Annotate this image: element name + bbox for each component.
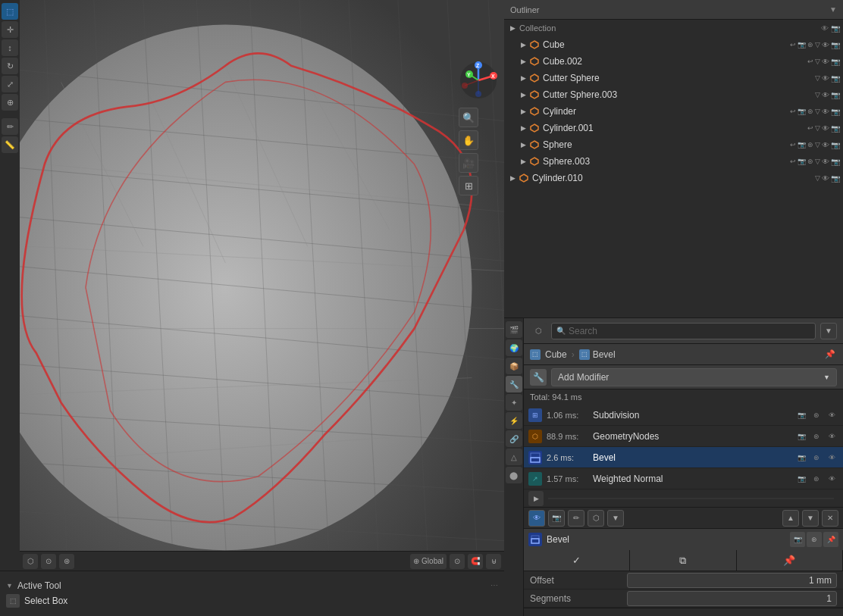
cs003-eye[interactable]: 👁 bbox=[822, 91, 829, 99]
modifier-row-geonodes[interactable]: ⬡ 88.9 ms: GeometryNodes 📷 ⊛ 👁 bbox=[524, 426, 843, 447]
move-to-first-btn[interactable]: 📌 bbox=[737, 550, 843, 571]
transform-orient-btn[interactable]: ⊕ Global bbox=[410, 554, 447, 569]
active-tool-more[interactable]: ⋯ bbox=[490, 581, 498, 589]
measure-btn[interactable]: 📏 bbox=[2, 136, 18, 153]
cube002-arrow[interactable]: ▶ bbox=[518, 56, 528, 67]
edit-mode-btn[interactable]: ✏ bbox=[568, 510, 584, 527]
sph003-rendercam[interactable]: 📷 bbox=[831, 158, 840, 166]
rotate-btn[interactable]: ↻ bbox=[2, 58, 18, 74]
props-filter-btn[interactable]: ▼ bbox=[820, 323, 837, 339]
props-mode-selector[interactable]: ⬡ bbox=[530, 323, 547, 339]
annotate-btn[interactable]: ✏ bbox=[2, 118, 18, 135]
bevel-cam[interactable]: 📷 bbox=[794, 451, 808, 464]
mod-save-btn[interactable]: 📷 bbox=[790, 532, 805, 547]
play-btn[interactable]: ▶ bbox=[528, 491, 544, 506]
tree-item-cube[interactable]: ▶ Cube ↩ 📷 ⊛ ▽ 👁 📷 bbox=[504, 36, 843, 53]
cube-rendercam[interactable]: 📷 bbox=[831, 41, 840, 49]
pin-btn[interactable]: 📌 bbox=[823, 348, 837, 361]
select-tool-btn[interactable]: ⬚ bbox=[2, 3, 18, 20]
subdivision-cam[interactable]: 📷 bbox=[794, 408, 808, 422]
geonodes-render[interactable]: ⊛ bbox=[810, 430, 823, 443]
search-box[interactable]: 🔍 Search bbox=[551, 323, 816, 339]
breadcrumb-object[interactable]: Cube bbox=[545, 349, 567, 360]
tree-item-cylinder010[interactable]: ▶ Cylinder.010 ▽ 👁 📷 bbox=[504, 170, 843, 186]
modifier-row-weighted-normal[interactable]: ↗ 1.57 ms: Weighted Normal 📷 ⊛ 👁 bbox=[524, 468, 843, 489]
sph003-eye[interactable]: 👁 bbox=[822, 158, 829, 166]
viewport-overlay-btn[interactable]: ⊙ bbox=[41, 554, 56, 569]
tree-item-sphere003[interactable]: ▶ Sphere.003 ↩ 📷 ⊛ ▽ 👁 📷 bbox=[504, 153, 843, 170]
sph-rendercam[interactable]: 📷 bbox=[831, 141, 840, 149]
geonodes-eye[interactable]: 👁 bbox=[825, 430, 838, 443]
bevel-eye[interactable]: 👁 bbox=[825, 451, 838, 464]
tree-item-cutter-sphere[interactable]: ▶ Cutter Sphere ▽ 👁 📷 bbox=[504, 70, 843, 86]
delete-btn[interactable]: ✕ bbox=[822, 510, 838, 527]
cyl001-rendercam[interactable]: 📷 bbox=[831, 124, 840, 133]
tab-scene[interactable]: 🎬 bbox=[506, 321, 522, 338]
tree-item-cylinder001[interactable]: ▶ Cylinder.001 ↩ ▽ 👁 📷 bbox=[504, 120, 843, 136]
sph-eye[interactable]: 👁 bbox=[822, 141, 829, 149]
sph003-arrow[interactable]: ▶ bbox=[518, 156, 528, 167]
cyl-eye[interactable]: 👁 bbox=[822, 108, 829, 116]
offset-value[interactable]: 1 mm bbox=[627, 573, 837, 588]
cube-eye[interactable]: 👁 bbox=[822, 41, 829, 49]
move-btn[interactable]: ↕ bbox=[2, 39, 18, 56]
breadcrumb-modifier[interactable]: ⬚ Bevel bbox=[579, 349, 616, 360]
wn-render[interactable]: ⊛ bbox=[810, 472, 823, 486]
xray-btn[interactable]: ⊛ bbox=[59, 554, 74, 569]
mod-copy-btn[interactable]: ⊛ bbox=[807, 532, 822, 547]
cage-btn[interactable]: ⬡ bbox=[588, 510, 604, 527]
grid-btn[interactable]: ⊞ bbox=[459, 176, 478, 195]
viewport[interactable]: ⬚ ✛ ↕ ↻ ⤢ ⊕ ✏ 📏 Z X Y bbox=[0, 0, 504, 616]
snap-btn[interactable]: 🧲 bbox=[468, 554, 483, 569]
cylinder-arrow[interactable]: ▶ bbox=[518, 106, 528, 117]
tree-item-cube002[interactable]: ▶ Cube.002 ↩ ▽ 👁 📷 bbox=[504, 53, 843, 70]
sphere-arrow[interactable]: ▶ bbox=[518, 139, 528, 150]
tab-particles[interactable]: ✦ bbox=[506, 394, 522, 411]
outliner-content[interactable]: ▶ Collection 👁 📷 ▶ Cube ↩ 📷 ⊛ ▽ bbox=[504, 20, 843, 317]
outliner-filter-btn[interactable]: ▼ bbox=[829, 5, 837, 14]
apply-btn[interactable]: ✓ bbox=[524, 550, 630, 571]
collection-header[interactable]: ▶ Collection 👁 📷 bbox=[504, 20, 843, 36]
cs-eye[interactable]: 👁 bbox=[822, 74, 829, 83]
realtime-btn[interactable]: 👁 bbox=[528, 510, 545, 527]
cube002-rendercam[interactable]: 📷 bbox=[831, 58, 840, 66]
collection-vis-eye[interactable]: 👁 bbox=[821, 24, 829, 33]
cube002-eye[interactable]: 👁 bbox=[822, 58, 829, 66]
pan-btn[interactable]: ✋ bbox=[459, 130, 478, 150]
tree-item-cylinder[interactable]: ▶ Cylinder ↩ 📷 ⊛ ▽ 👁 📷 bbox=[504, 103, 843, 120]
cyl010-arrow[interactable]: ▶ bbox=[507, 173, 518, 183]
proportional-edit-btn[interactable]: ⊎ bbox=[486, 554, 501, 569]
collection-arrow[interactable]: ▶ bbox=[507, 23, 518, 33]
pivot-btn[interactable]: ⊙ bbox=[450, 554, 465, 569]
tab-constraints[interactable]: 🔗 bbox=[506, 430, 522, 447]
active-tool-expand[interactable]: ▼ bbox=[6, 582, 13, 589]
cs-rendercam[interactable]: 📷 bbox=[831, 74, 840, 83]
tab-physics[interactable]: ⚡ bbox=[506, 412, 522, 429]
cyl001-eye[interactable]: 👁 bbox=[822, 124, 829, 133]
tab-world[interactable]: 🌍 bbox=[506, 339, 522, 356]
cyl001-arrow[interactable]: ▶ bbox=[518, 123, 528, 133]
modifier-row-subdivision[interactable]: ⊞ 1.06 ms: Subdivision 📷 ⊛ 👁 bbox=[524, 405, 843, 426]
transform-btn[interactable]: ⊕ bbox=[2, 94, 18, 111]
move-down-btn[interactable]: ▼ bbox=[802, 510, 819, 527]
cyl010-eye[interactable]: 👁 bbox=[822, 174, 829, 183]
segments-value[interactable]: 1 bbox=[627, 591, 837, 606]
scale-btn[interactable]: ⤢ bbox=[2, 76, 18, 92]
wn-eye[interactable]: 👁 bbox=[825, 472, 838, 486]
geonodes-cam[interactable]: 📷 bbox=[794, 430, 808, 443]
camera-btn[interactable]: 🎥 bbox=[459, 153, 478, 173]
cyl010-rendercam[interactable]: 📷 bbox=[831, 174, 840, 183]
cs003-rendercam[interactable]: 📷 bbox=[831, 91, 840, 99]
tab-data[interactable]: △ bbox=[506, 449, 522, 465]
modifier-row-bevel[interactable]: 2.6 ms: Bevel 📷 ⊛ 👁 bbox=[524, 447, 843, 468]
tree-item-cutter-sphere003[interactable]: ▶ Cutter Sphere.003 ▽ 👁 📷 bbox=[504, 86, 843, 103]
add-modifier-btn[interactable]: Add Modifier ▼ bbox=[551, 368, 837, 386]
subdivision-render[interactable]: ⊛ bbox=[810, 408, 823, 422]
move-up-btn[interactable]: ▲ bbox=[782, 510, 799, 527]
tab-material[interactable]: ⬤ bbox=[506, 467, 522, 483]
collapse-all-btn[interactable]: ▼ bbox=[607, 510, 624, 527]
subdivision-eye[interactable]: 👁 bbox=[825, 408, 838, 422]
tree-item-sphere[interactable]: ▶ Sphere ↩ 📷 ⊛ ▽ 👁 📷 bbox=[504, 136, 843, 153]
cube-arrow[interactable]: ▶ bbox=[518, 39, 528, 50]
render-btn[interactable]: 📷 bbox=[548, 510, 565, 527]
